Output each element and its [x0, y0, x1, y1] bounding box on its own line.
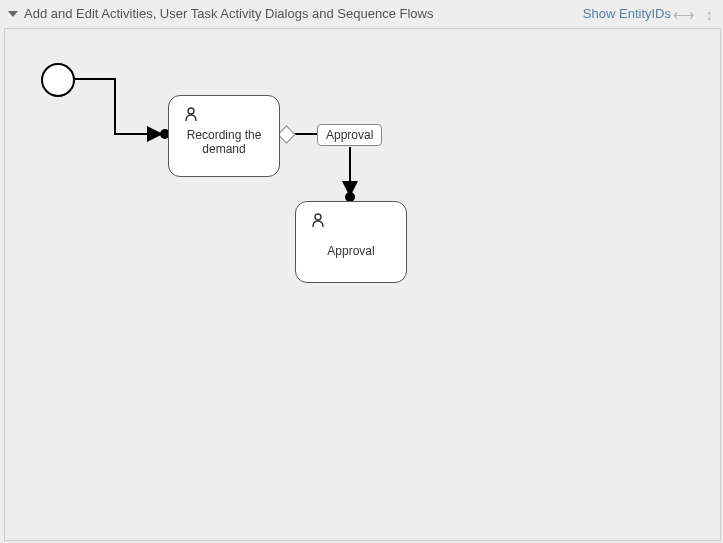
flow-layer: [5, 29, 720, 540]
bpmn-user-task-approval[interactable]: Approval: [295, 201, 407, 283]
connection-port: [277, 125, 295, 143]
task-label: Recording the demand: [169, 128, 279, 156]
collapse-toggle[interactable]: Add and Edit Activities, User Task Activ…: [8, 6, 433, 21]
show-entity-ids-link[interactable]: Show EntityIDs: [583, 6, 671, 21]
flow-label[interactable]: Approval: [317, 124, 382, 146]
bpmn-user-task-recording[interactable]: Recording the demand: [168, 95, 280, 177]
resize-vertical-icon[interactable]: ↕: [706, 6, 714, 23]
user-task-icon: [310, 212, 326, 232]
caret-down-icon: [8, 9, 18, 19]
panel-header: Add and Edit Activities, User Task Activ…: [0, 0, 723, 28]
svg-point-1: [315, 214, 321, 220]
resize-horizontal-icon[interactable]: ⟷: [673, 6, 695, 24]
diagram-canvas[interactable]: Recording the demand Approval Approval: [4, 28, 721, 541]
bpmn-start-event[interactable]: [41, 63, 75, 97]
panel-title: Add and Edit Activities, User Task Activ…: [24, 6, 433, 21]
task-label: Approval: [296, 244, 406, 258]
svg-point-0: [188, 108, 194, 114]
user-task-icon: [183, 106, 199, 126]
